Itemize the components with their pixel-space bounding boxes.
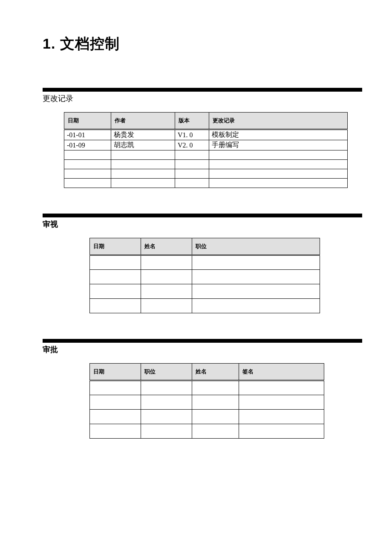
cell-sign (239, 410, 324, 424)
cell-date (64, 150, 111, 160)
col-title: 职位 (141, 364, 192, 381)
cell-date (90, 381, 141, 395)
table-row (90, 299, 320, 313)
cell-title (192, 299, 320, 313)
col-author: 作者 (111, 113, 175, 130)
col-date: 日期 (90, 238, 141, 255)
col-name: 姓名 (141, 238, 192, 255)
cell-date (64, 179, 111, 188)
cell-date (64, 160, 111, 169)
col-date: 日期 (90, 364, 141, 381)
table-row: -01-01 杨贵发 V1. 0 模板制定 (64, 130, 348, 140)
cell-date (90, 284, 141, 299)
document-page: 1. 文档控制 更改记录 日期 作者 版本 更改记录 -01-01 杨贵发 V1… (0, 0, 392, 490)
cell-name (192, 410, 239, 424)
cell-title (141, 410, 192, 424)
cell-name (192, 381, 239, 395)
cell-title (141, 381, 192, 395)
table-header-row: 日期 作者 版本 更改记录 (64, 113, 348, 130)
cell-note (209, 169, 348, 179)
table-row (64, 150, 348, 160)
cell-name (141, 255, 192, 270)
cell-version: V2. 0 (175, 140, 209, 150)
table-row (64, 179, 348, 188)
cell-note: 手册编写 (209, 140, 348, 150)
cell-title (141, 424, 192, 439)
table-row (90, 284, 320, 299)
cell-author (111, 169, 175, 179)
cell-sign (239, 381, 324, 395)
col-title: 职位 (192, 238, 320, 255)
col-note: 更改记录 (209, 113, 348, 130)
cell-author: 杨贵发 (111, 130, 175, 140)
col-name: 姓名 (192, 364, 239, 381)
cell-title (192, 255, 320, 270)
cell-date (90, 424, 141, 439)
section-label-review: 审视 (43, 219, 362, 229)
table-row (90, 270, 320, 284)
table-row (64, 169, 348, 179)
table-row (90, 381, 324, 395)
cell-date (90, 270, 141, 284)
cell-note (209, 150, 348, 160)
table-header-row: 日期 姓名 职位 (90, 238, 320, 255)
table-row (90, 424, 324, 439)
page-title: 1. 文档控制 (43, 34, 362, 54)
cell-date (90, 299, 141, 313)
cell-date (90, 410, 141, 424)
cell-name (141, 284, 192, 299)
cell-date (90, 395, 141, 410)
cell-version (175, 179, 209, 188)
approve-table: 日期 职位 姓名 签名 (89, 363, 324, 439)
cell-note (209, 179, 348, 188)
cell-version (175, 160, 209, 169)
cell-note (209, 160, 348, 169)
cell-author (111, 150, 175, 160)
table-row (90, 410, 324, 424)
cell-title (192, 284, 320, 299)
cell-name (141, 299, 192, 313)
table-row (90, 395, 324, 410)
table-row: -01-09 胡志凯 V2. 0 手册编写 (64, 140, 348, 150)
cell-date (64, 169, 111, 179)
cell-date: -01-01 (64, 130, 111, 140)
cell-name (192, 424, 239, 439)
table-header-row: 日期 职位 姓名 签名 (90, 364, 324, 381)
cell-author (111, 179, 175, 188)
cell-note: 模板制定 (209, 130, 348, 140)
cell-author (111, 160, 175, 169)
cell-date (90, 255, 141, 270)
cell-author: 胡志凯 (111, 140, 175, 150)
cell-sign (239, 395, 324, 410)
cell-sign (239, 424, 324, 439)
section-label-approve: 审批 (43, 344, 362, 355)
section-label-changelog: 更改记录 (43, 93, 362, 104)
cell-version (175, 169, 209, 179)
changelog-table: 日期 作者 版本 更改记录 -01-01 杨贵发 V1. 0 模板制定 -01-… (64, 112, 348, 188)
col-version: 版本 (175, 113, 209, 130)
divider-bar (43, 339, 362, 343)
cell-title (192, 270, 320, 284)
cell-date: -01-09 (64, 140, 111, 150)
cell-name (192, 395, 239, 410)
table-row (90, 255, 320, 270)
cell-version (175, 150, 209, 160)
table-row (64, 160, 348, 169)
cell-version: V1. 0 (175, 130, 209, 140)
col-sign: 签名 (239, 364, 324, 381)
col-date: 日期 (64, 113, 111, 130)
cell-title (141, 395, 192, 410)
divider-bar (43, 88, 362, 92)
cell-name (141, 270, 192, 284)
divider-bar (43, 214, 362, 217)
review-table: 日期 姓名 职位 (89, 238, 320, 313)
